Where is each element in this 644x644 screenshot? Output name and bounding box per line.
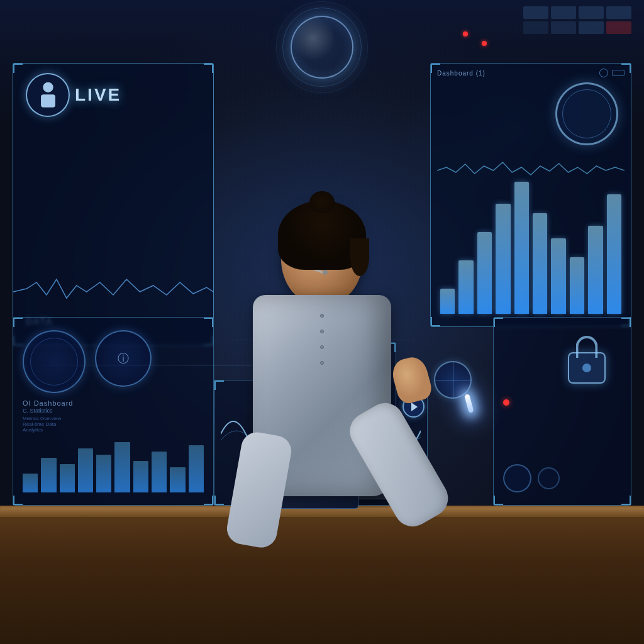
panel-security — [493, 317, 631, 506]
bar-item — [570, 257, 584, 314]
person-icon-circle — [26, 73, 70, 117]
bar-item — [551, 238, 565, 314]
data-orb — [281, 6, 363, 88]
panel-bottom-left: ⓘ OI Dashboard C. Statistics Metrics Ove… — [13, 317, 214, 506]
bar-small-item — [78, 448, 93, 492]
corner-decoration — [204, 64, 213, 73]
red-dot — [463, 31, 468, 36]
live-label: LIVE — [75, 85, 121, 105]
shirt-button — [320, 330, 324, 333]
alert-dot — [503, 399, 509, 406]
bar-small-item — [23, 474, 38, 492]
corner-decoration — [494, 318, 503, 327]
panel-live: LIVE DATA — [13, 63, 214, 346]
person-hair — [278, 201, 366, 270]
person-body — [234, 204, 410, 518]
bar-item — [477, 232, 492, 314]
bg-block — [606, 21, 631, 34]
bg-block — [523, 6, 548, 19]
bar-item — [458, 260, 473, 314]
corner-decoration — [13, 318, 23, 327]
person-torso — [253, 295, 391, 496]
person-svg-icon — [37, 81, 59, 109]
bar-small-item — [41, 458, 56, 492]
circle-chart — [555, 82, 618, 145]
corner-decoration — [494, 496, 503, 505]
person-arm-right — [343, 396, 455, 533]
corner-decoration — [13, 64, 23, 73]
bar-item — [533, 213, 547, 314]
small-radial — [503, 464, 531, 492]
corner-decoration — [13, 496, 23, 505]
bg-block — [551, 6, 576, 19]
red-dot — [482, 41, 487, 46]
svg-point-0 — [43, 82, 53, 92]
desk — [0, 506, 644, 644]
bar-item — [588, 226, 602, 314]
radial-display-2: ⓘ — [95, 330, 152, 387]
bar-small-item — [189, 445, 204, 492]
panel-right-charts: Dashboard (1) — [430, 63, 631, 327]
orb-sphere — [291, 16, 353, 79]
bar-small-item — [133, 461, 148, 492]
bar-chart-small — [23, 436, 204, 492]
bar-item — [607, 194, 621, 314]
radial-display-1 — [23, 330, 86, 393]
bar-small-item — [114, 442, 130, 492]
shirt-button — [320, 314, 324, 318]
bar-small-item — [96, 455, 111, 492]
person — [203, 141, 441, 518]
bg-block — [551, 21, 576, 34]
lock-icon — [558, 330, 615, 390]
bar-small-item — [152, 452, 167, 492]
bg-block — [606, 6, 631, 19]
panel-right-header: Dashboard (1) — [437, 69, 625, 77]
bar-item — [514, 182, 529, 314]
panel-right-title: Dashboard (1) — [437, 70, 486, 77]
shirt-button — [320, 345, 324, 349]
bg-block — [523, 21, 548, 34]
bar-item — [496, 204, 510, 314]
bar-small-item — [170, 467, 185, 492]
person-hand-right — [389, 354, 434, 406]
bg-screen-items — [523, 6, 631, 34]
waveform-left — [13, 270, 213, 308]
bar-small-item — [60, 464, 75, 492]
bg-block — [579, 21, 604, 34]
live-indicator: LIVE — [26, 73, 121, 117]
lock-keyhole — [582, 364, 591, 372]
svg-rect-1 — [41, 94, 55, 107]
bg-block — [579, 6, 604, 19]
main-scene: LIVE DATA Dashboard (1) — [0, 0, 644, 644]
lock-shackle — [576, 336, 598, 358]
radial-label: OI Dashboard — [23, 399, 73, 407]
lock-body — [568, 352, 606, 384]
small-radial — [538, 467, 560, 489]
corner-decoration — [621, 318, 631, 327]
hair-bun — [309, 191, 335, 213]
bar-chart-main — [440, 175, 621, 314]
shirt-button — [320, 361, 324, 365]
corner-decoration — [621, 496, 631, 505]
bar-item — [440, 289, 455, 314]
